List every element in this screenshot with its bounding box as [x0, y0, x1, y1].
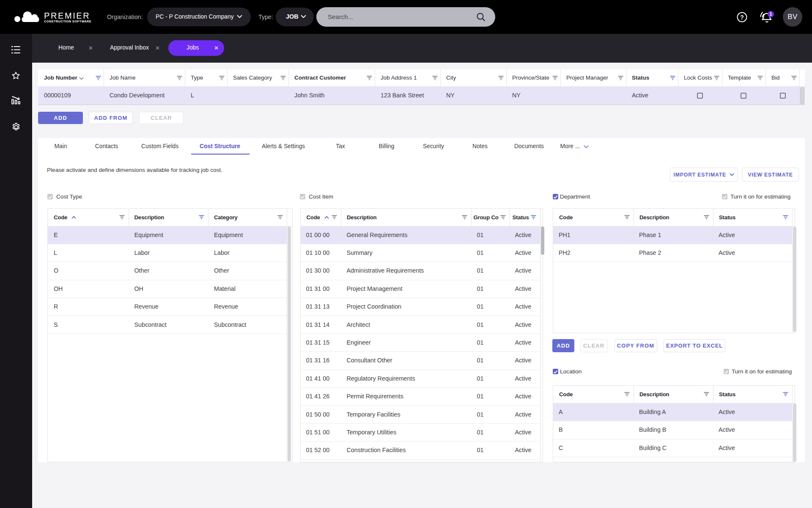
- svg-text:?: ?: [740, 14, 744, 21]
